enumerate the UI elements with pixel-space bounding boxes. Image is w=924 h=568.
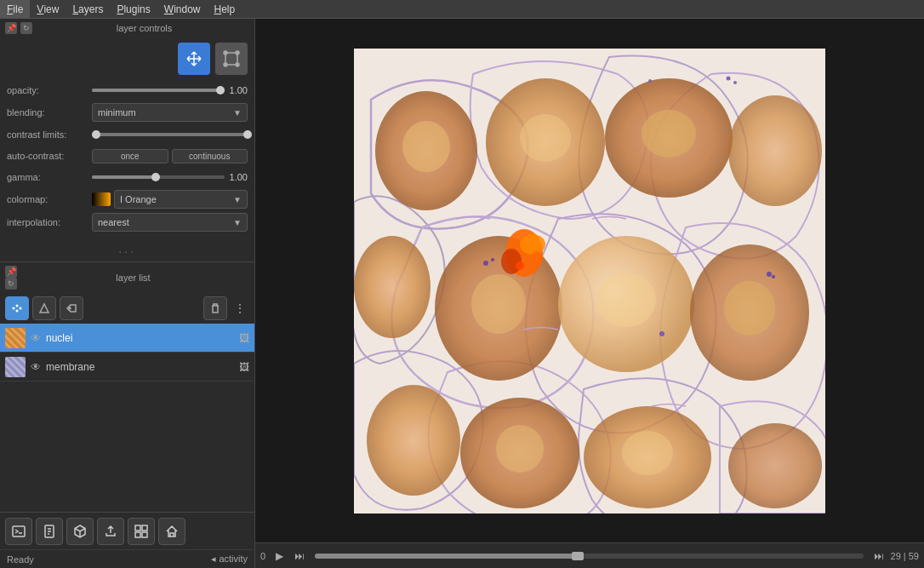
- contrast-label: contrast limits:: [7, 129, 92, 140]
- auto-contrast-once[interactable]: once: [92, 149, 168, 164]
- membrane-layer-name: membrane: [46, 361, 236, 373]
- layer-list-refresh-icon[interactable]: ↻: [5, 278, 17, 290]
- layer-list-label: layer list: [17, 273, 249, 283]
- auto-contrast-row: auto-contrast: once continuous: [7, 147, 248, 164]
- contrast-row: contrast limits:: [7, 126, 248, 143]
- svg-point-40: [520, 234, 545, 255]
- svg-point-43: [483, 261, 488, 266]
- svg-point-41: [516, 261, 524, 270]
- colormap-label: colormap:: [7, 194, 92, 204]
- package-button[interactable]: [66, 518, 94, 545]
- svg-point-26: [367, 385, 460, 496]
- svg-point-4: [236, 63, 239, 66]
- interpolation-value: nearest: [98, 217, 129, 227]
- layer-controls-body: opacity: 1.00 blending: minimum ▼: [0, 37, 254, 241]
- layer-list-tools: ⋮: [0, 293, 254, 324]
- svg-marker-9: [40, 304, 48, 313]
- svg-point-7: [20, 307, 22, 310]
- nuclei-thumbnail: [5, 328, 26, 348]
- canvas-area: 0 ▶ ⏭ ⏭ 29 | 59: [255, 19, 924, 568]
- header-icon-pin[interactable]: 📌: [5, 22, 17, 34]
- svg-point-22: [354, 236, 431, 338]
- svg-point-49: [733, 81, 737, 84]
- menu-layers[interactable]: Layers: [66, 0, 110, 18]
- svg-point-46: [772, 275, 775, 278]
- frame-zero: 0: [260, 551, 265, 561]
- colormap-row: colormap: I Orange ▼: [7, 190, 248, 209]
- header-icon-refresh[interactable]: ↻: [20, 22, 32, 34]
- microscopy-image: [354, 49, 825, 513]
- menu-view[interactable]: View: [30, 0, 66, 18]
- frame-total: 59: [909, 551, 919, 561]
- colormap-value: I Orange: [120, 194, 157, 204]
- layer-list-header: 📌 ↻ layer list: [0, 261, 254, 293]
- svg-point-33: [471, 274, 526, 334]
- activity-button[interactable]: activity: [211, 554, 248, 565]
- membrane-visibility-icon[interactable]: 👁: [31, 361, 41, 373]
- move-button[interactable]: [178, 43, 210, 75]
- delete-layer-button[interactable]: [203, 296, 227, 320]
- svg-point-6: [16, 305, 19, 307]
- layer-item-nuclei[interactable]: 👁 nuclei 🖼: [0, 324, 254, 353]
- gamma-slider[interactable]: [92, 170, 225, 184]
- colormap-dropdown[interactable]: I Orange ▼: [114, 190, 248, 209]
- blending-value: minimum: [98, 107, 136, 118]
- layer-list-pin-icon[interactable]: 📌: [5, 266, 17, 278]
- gamma-label: gamma:: [7, 172, 92, 182]
- terminal-button[interactable]: [5, 518, 32, 545]
- blending-arrow: ▼: [233, 108, 242, 118]
- more-options-button[interactable]: ⋮: [231, 300, 249, 317]
- home-button[interactable]: [158, 518, 185, 545]
- blending-label: blending:: [7, 107, 92, 118]
- bottom-toolbar: [0, 512, 254, 549]
- opacity-value: 1.00: [230, 85, 248, 95]
- contrast-slider[interactable]: [92, 128, 248, 141]
- blending-row: blending: minimum ▼: [7, 103, 248, 122]
- label-tool[interactable]: [60, 296, 83, 320]
- svg-rect-13: [135, 525, 140, 531]
- svg-point-36: [496, 425, 544, 473]
- svg-point-1: [224, 51, 227, 55]
- nuclei-visibility-icon[interactable]: 👁: [31, 332, 41, 344]
- svg-point-44: [491, 258, 494, 261]
- image-container[interactable]: [255, 19, 924, 542]
- membrane-thumbnail: [5, 357, 26, 377]
- menu-help[interactable]: Help: [207, 0, 242, 18]
- timeline-thumb[interactable]: [572, 552, 584, 560]
- shape-tool[interactable]: [32, 296, 56, 320]
- interpolation-dropdown[interactable]: nearest ▼: [92, 213, 248, 232]
- blending-dropdown[interactable]: minimum ▼: [92, 103, 248, 122]
- svg-point-48: [727, 76, 731, 80]
- grid-button[interactable]: [128, 518, 155, 545]
- goto-end-button[interactable]: ⏭: [870, 548, 887, 565]
- svg-point-50: [648, 79, 652, 83]
- opacity-slider[interactable]: [92, 83, 225, 97]
- menu-window[interactable]: Window: [157, 0, 208, 18]
- panel-spacer: [0, 382, 254, 512]
- menu-file[interactable]: File: [0, 0, 30, 18]
- interpolation-label: interpolation:: [7, 217, 92, 227]
- nuclei-layer-name: nuclei: [46, 332, 236, 344]
- upload-button[interactable]: [97, 518, 124, 545]
- play-button[interactable]: ▶: [271, 548, 288, 565]
- status-text: Ready: [7, 554, 34, 565]
- layer-item-membrane[interactable]: 👁 membrane 🖼: [0, 353, 254, 382]
- dots-separator: ···: [0, 241, 254, 261]
- transform-button[interactable]: [215, 43, 248, 75]
- auto-contrast-continuous[interactable]: continuous: [172, 149, 248, 164]
- notebook-button[interactable]: [36, 518, 63, 545]
- auto-contrast-buttons: once continuous: [92, 149, 248, 164]
- auto-contrast-label: auto-contrast:: [7, 151, 92, 161]
- svg-point-39: [501, 249, 522, 274]
- timeline-bar: 0 ▶ ⏭ ⏭ 29 | 59: [255, 542, 924, 568]
- point-tool[interactable]: [5, 296, 29, 320]
- layer-controls-label: layer controls: [39, 23, 249, 33]
- colormap-preview: [92, 192, 111, 206]
- end-button[interactable]: ⏭: [291, 548, 308, 565]
- menu-plugins[interactable]: Plugins: [110, 0, 157, 18]
- interpolation-row: interpolation: nearest ▼: [7, 213, 248, 232]
- timeline-track[interactable]: [315, 554, 863, 559]
- svg-point-3: [224, 63, 227, 66]
- transform-buttons: [7, 43, 248, 75]
- membrane-type-icon: 🖼: [239, 361, 249, 373]
